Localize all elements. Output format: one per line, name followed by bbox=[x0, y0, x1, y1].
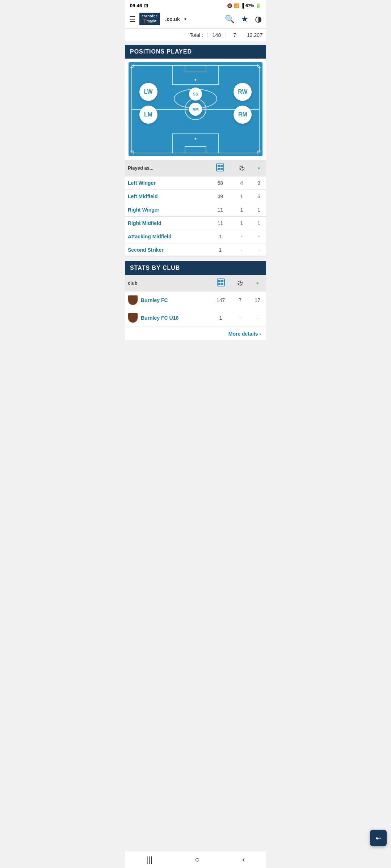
table-row: Left Winger 68 4 9 bbox=[125, 176, 266, 190]
club-col-goals: ⚽ bbox=[231, 275, 249, 292]
club-col-apps bbox=[210, 275, 231, 292]
total-apps: 148 bbox=[207, 32, 226, 38]
time: 09:46 bbox=[130, 3, 142, 8]
club-col-assists: ● bbox=[249, 275, 266, 292]
stats-by-club-table: club ⚽ ● Burnley FC 147 7 17 Burnley FC … bbox=[125, 275, 266, 327]
table-row: Burnley FC 147 7 17 bbox=[125, 292, 266, 309]
account-icon[interactable]: ◑ bbox=[255, 14, 262, 24]
col-apps-header bbox=[209, 160, 232, 176]
played-as-table: Played as... ⚽ ● Left Winger 68 4 9 Left… bbox=[125, 160, 266, 257]
status-left: 09:46 ⊡ bbox=[130, 3, 148, 8]
table-row: Attacking Midfield 1 - - bbox=[125, 230, 266, 243]
svg-rect-7 bbox=[221, 280, 223, 282]
played-as-label: Played as... bbox=[125, 160, 209, 176]
position-lm: LM bbox=[139, 106, 157, 124]
stats-by-club-section: STATS BY CLUB club ⚽ ● Burnley FC 147 7 … bbox=[125, 261, 266, 340]
svg-rect-4 bbox=[220, 168, 223, 170]
svg-rect-8 bbox=[218, 283, 220, 285]
total-goals: 7 bbox=[226, 32, 244, 38]
position-am: AM bbox=[189, 103, 202, 116]
status-right: 🔇 📶 ▐ 67% 🔋 bbox=[227, 3, 261, 8]
club-logo bbox=[128, 313, 138, 323]
position-lw: LW bbox=[139, 83, 157, 101]
mute-icon: 🔇 bbox=[227, 3, 232, 8]
total-row: Total : 148 7 12.207' bbox=[125, 29, 266, 42]
pitch: LW RW LM RM SS AM bbox=[129, 62, 262, 156]
svg-rect-3 bbox=[218, 168, 220, 170]
svg-rect-6 bbox=[218, 280, 220, 282]
table-row: Right Midfield 11 1 1 bbox=[125, 217, 266, 230]
dropdown-icon[interactable]: ▾ bbox=[184, 17, 186, 22]
wifi-icon: 📶 bbox=[234, 3, 239, 8]
menu-button[interactable]: ☰ bbox=[129, 15, 136, 24]
table-row: Right Winger 11 1 1 bbox=[125, 203, 266, 217]
signal-icon: ▐ bbox=[241, 3, 244, 8]
status-bar: 09:46 ⊡ 🔇 📶 ▐ 67% 🔋 bbox=[125, 0, 266, 10]
header: ☰ transfer T markt .co.uk ▾ 🔍 ★ ◑ bbox=[125, 10, 266, 29]
svg-rect-0 bbox=[216, 164, 224, 171]
total-label: Total : bbox=[129, 32, 207, 38]
total-assists: 12.207' bbox=[244, 32, 262, 38]
site-label: .co.uk bbox=[165, 16, 180, 22]
favorites-icon[interactable]: ★ bbox=[241, 14, 248, 24]
club-logo bbox=[128, 295, 138, 305]
position-ss: SS bbox=[189, 88, 202, 101]
positions-section-header: POSITIONS PLAYED bbox=[125, 45, 266, 59]
svg-rect-2 bbox=[220, 165, 223, 167]
col-goals-header: ⚽ bbox=[232, 160, 251, 176]
search-icon[interactable]: 🔍 bbox=[225, 14, 235, 24]
position-rm: RM bbox=[234, 106, 252, 124]
svg-rect-5 bbox=[217, 279, 224, 286]
svg-rect-1 bbox=[218, 165, 220, 167]
more-details-row[interactable]: More details › bbox=[125, 327, 266, 340]
notification-icon: ⊡ bbox=[144, 3, 148, 8]
col-assists-header: ● bbox=[252, 160, 266, 176]
logo[interactable]: transfer T markt bbox=[139, 13, 160, 25]
table-row: Second Striker 1 - - bbox=[125, 243, 266, 257]
battery-percent: 67% bbox=[245, 3, 254, 8]
pitch-container: LW RW LM RM SS AM bbox=[125, 59, 266, 160]
table-row: Burnley FC U18 1 - - bbox=[125, 309, 266, 327]
club-col-label: club bbox=[125, 275, 210, 292]
table-row: Left Midfield 49 1 6 bbox=[125, 190, 266, 203]
svg-rect-9 bbox=[221, 283, 223, 285]
stats-by-club-header: STATS BY CLUB bbox=[125, 261, 266, 275]
battery-icon: 🔋 bbox=[256, 3, 261, 8]
